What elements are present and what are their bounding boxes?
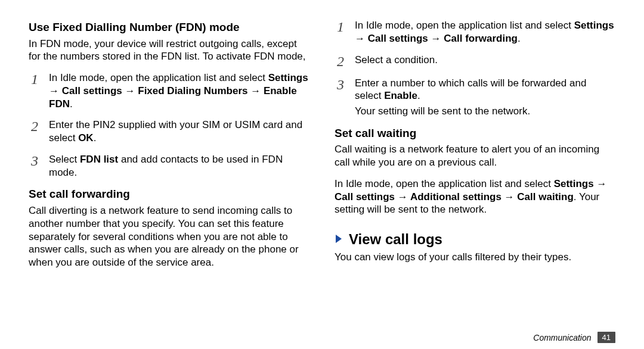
step-text: Enter the PIN2 supplied with your SIM or… (49, 119, 309, 145)
fdn-step-2: 2 Enter the PIN2 supplied with your SIM … (29, 119, 309, 145)
fwd-step-2: 2 Select a condition. (335, 54, 615, 68)
chevron-right-icon (335, 233, 343, 244)
svg-marker-0 (336, 235, 342, 243)
forwarding-steps-list: 1 In Idle mode, open the application lis… (335, 19, 615, 118)
step-tail-text: Your setting will be sent to the network… (355, 105, 615, 118)
footer-section-name: Communication (533, 333, 591, 342)
text-part: In Idle mode, open the application list … (355, 20, 574, 31)
text-part: In Idle mode, open the application list … (335, 178, 554, 189)
text-part: . (518, 33, 521, 44)
step-number: 3 (335, 77, 346, 92)
footer-page-number: 41 (597, 332, 615, 343)
heading-view-call-logs: View call logs (349, 230, 442, 248)
step-text: Select a condition. (355, 54, 615, 67)
view-call-logs-body: You can view logs of your calls filtered… (335, 251, 615, 264)
step-text: Enter a number to which calls will be fo… (355, 77, 615, 118)
right-column: 1 In Idle mode, open the application lis… (335, 19, 615, 278)
fwd-step-1: 1 In Idle mode, open the application lis… (335, 19, 615, 45)
call-waiting-instructions: In Idle mode, open the application list … (335, 177, 615, 216)
manual-page: Use Fixed Dialling Number (FDN) mode In … (0, 0, 644, 349)
ui-label: Enable (384, 90, 417, 101)
heading-call-waiting: Set call waiting (335, 126, 615, 141)
step-number: 2 (29, 119, 41, 133)
fdn-step-3: 3 Select FDN list and add contacts to be… (29, 153, 309, 179)
fdn-steps-list: 1 In Idle mode, open the application lis… (29, 71, 309, 179)
text-part: . (94, 132, 97, 144)
step-number: 3 (29, 153, 41, 168)
text-part: Select (49, 154, 80, 165)
page-footer: Communication 41 (533, 332, 615, 343)
heading-fdn-mode: Use Fixed Dialling Number (FDN) mode (29, 20, 309, 35)
step-number: 1 (29, 71, 41, 86)
left-column: Use Fixed Dialling Number (FDN) mode In … (29, 19, 309, 278)
call-waiting-body: Call waiting is a network feature to ale… (335, 143, 615, 169)
ui-label: OK (78, 132, 94, 144)
ui-label: FDN list (80, 154, 118, 165)
fwd-step-3: 3 Enter a number to which calls will be … (335, 77, 615, 118)
fdn-step-1: 1 In Idle mode, open the application lis… (29, 71, 309, 110)
heading-call-forwarding: Set call forwarding (29, 187, 309, 202)
call-forwarding-body: Call diverting is a network feature to s… (29, 204, 309, 269)
step-number: 2 (335, 54, 346, 68)
fdn-intro-text: In FDN mode, your device will restrict o… (29, 38, 309, 64)
step-text: In Idle mode, open the application list … (355, 19, 615, 45)
step-number: 1 (335, 19, 346, 34)
step-text: Select FDN list and add contacts to be u… (49, 153, 309, 179)
text-part: In Idle mode, open the application list … (49, 72, 268, 83)
text-part: . (417, 90, 420, 101)
section-header-view-call-logs: View call logs (335, 230, 615, 248)
step-text: In Idle mode, open the application list … (49, 71, 309, 110)
text-part: . (70, 98, 73, 110)
two-column-layout: Use Fixed Dialling Number (FDN) mode In … (29, 19, 615, 278)
